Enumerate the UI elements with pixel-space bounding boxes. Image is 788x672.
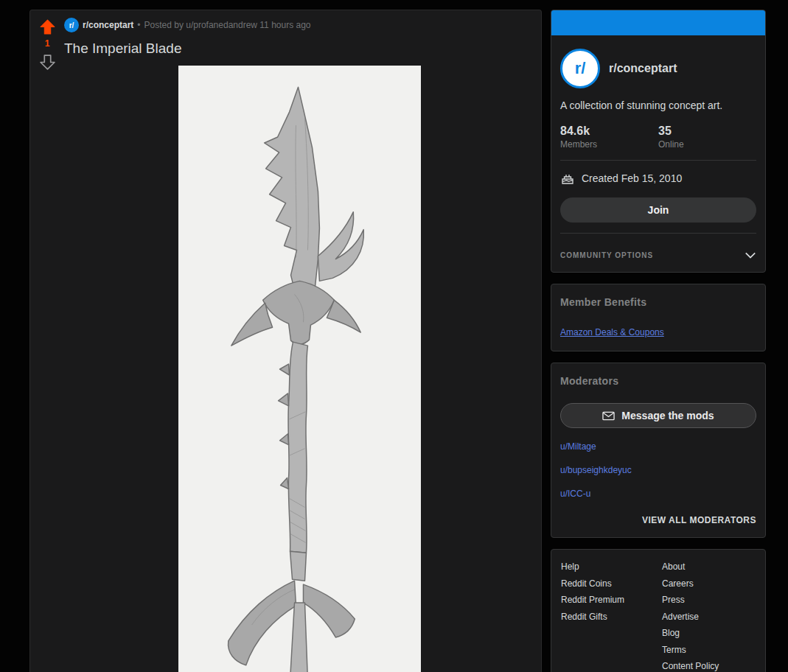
community-name[interactable]: r/conceptart <box>609 62 677 75</box>
post-main: r/ r/conceptart • Posted by u/profanedan… <box>64 10 541 672</box>
community-description: A collection of stunning concept art. <box>560 99 756 113</box>
community-card: r/ r/conceptart A collection of stunning… <box>551 10 766 273</box>
online-label: Online <box>658 139 756 150</box>
footer-card: Help Reddit Coins Reddit Premium Reddit … <box>551 549 766 672</box>
created-date: Created Feb 15, 2010 <box>582 172 682 184</box>
upvote-button[interactable] <box>38 18 56 35</box>
footer-link[interactable]: Press <box>662 595 756 605</box>
downvote-button[interactable] <box>38 53 56 71</box>
message-mods-button[interactable]: Message the mods <box>560 403 756 428</box>
community-options-label: COMMUNITY OPTIONS <box>560 251 653 259</box>
member-benefits-card: Member Benefits Amazon Deals & Coupons <box>551 284 766 351</box>
member-benefits-title: Member Benefits <box>560 293 756 308</box>
post-card: 1 r/ r/conceptart • Posted by u/profaned… <box>29 10 542 672</box>
moderators-card: Moderators Message the mods u/Miltage u/… <box>551 363 766 538</box>
post-image[interactable] <box>178 66 421 672</box>
amazon-deals-link[interactable]: Amazon Deals & Coupons <box>560 327 664 337</box>
moderators-title: Moderators <box>560 372 756 387</box>
sidebar: r/ r/conceptart A collection of stunning… <box>551 10 766 672</box>
post-meta: r/ r/conceptart • Posted by u/profanedan… <box>64 18 535 32</box>
divider <box>560 233 756 234</box>
footer-link[interactable]: Content Policy <box>662 661 756 671</box>
moderator-link[interactable]: u/Miltage <box>560 441 756 452</box>
vote-column: 1 <box>30 10 64 672</box>
blade-illustration <box>178 66 421 672</box>
community-options[interactable]: COMMUNITY OPTIONS <box>560 245 756 263</box>
online-count: 35 <box>658 125 756 138</box>
footer-link[interactable]: Reddit Premium <box>561 595 662 605</box>
vote-count: 1 <box>45 38 50 49</box>
moderator-link[interactable]: u/bupseighkdeyuc <box>560 465 756 475</box>
envelope-icon <box>602 411 615 421</box>
footer-link[interactable]: Blog <box>662 628 756 638</box>
footer-link[interactable]: About <box>662 561 756 572</box>
page: 1 r/ r/conceptart • Posted by u/profaned… <box>0 0 788 672</box>
divider <box>560 160 756 161</box>
post-title: The Imperial Blade <box>64 41 535 57</box>
moderator-link[interactable]: u/ICC-u <box>560 489 756 499</box>
footer-link[interactable]: Terms <box>662 645 756 655</box>
community-banner <box>551 10 765 35</box>
upvote-icon <box>40 19 55 35</box>
chevron-down-icon <box>745 250 756 260</box>
community-icon[interactable]: r/ <box>560 49 600 88</box>
subreddit-icon[interactable]: r/ <box>64 18 79 32</box>
posted-by[interactable]: Posted by u/profanedandrew 11 hours ago <box>144 20 311 30</box>
downvote-icon <box>40 55 55 70</box>
footer-link[interactable]: Help <box>561 561 662 572</box>
view-all-moderators[interactable]: VIEW ALL MODERATORS <box>560 515 756 525</box>
members-count: 84.6k <box>560 125 658 138</box>
meta-separator: • <box>137 20 140 30</box>
join-button[interactable]: Join <box>560 197 756 223</box>
members-label: Members <box>560 139 658 150</box>
footer-link[interactable]: Reddit Coins <box>561 578 662 589</box>
footer-link[interactable]: Reddit Gifts <box>561 612 662 622</box>
subreddit-link[interactable]: r/conceptart <box>83 20 133 30</box>
cake-icon <box>560 171 575 186</box>
footer-link[interactable]: Careers <box>662 578 756 589</box>
footer-link[interactable]: Advertise <box>662 612 756 622</box>
message-mods-label: Message the mods <box>621 410 714 421</box>
community-stats: 84.6k Members 35 Online <box>560 125 756 150</box>
